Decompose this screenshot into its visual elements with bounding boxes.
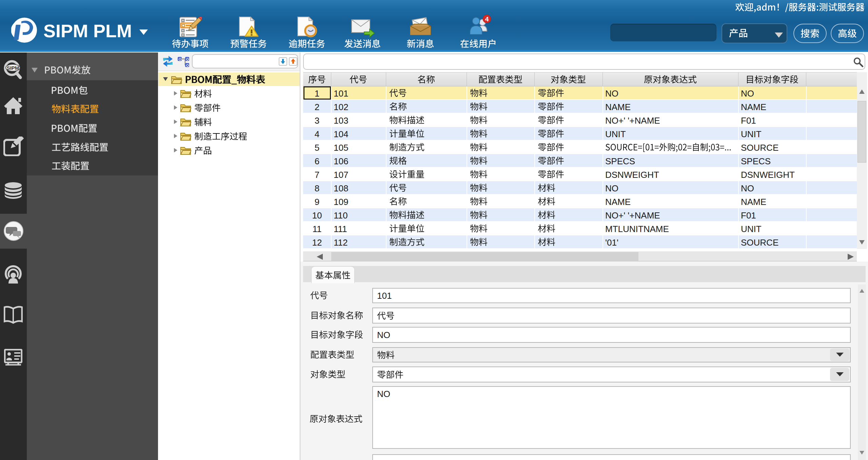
svg-text:4: 4 <box>485 16 489 23</box>
svg-text:SIPM: SIPM <box>7 65 19 71</box>
